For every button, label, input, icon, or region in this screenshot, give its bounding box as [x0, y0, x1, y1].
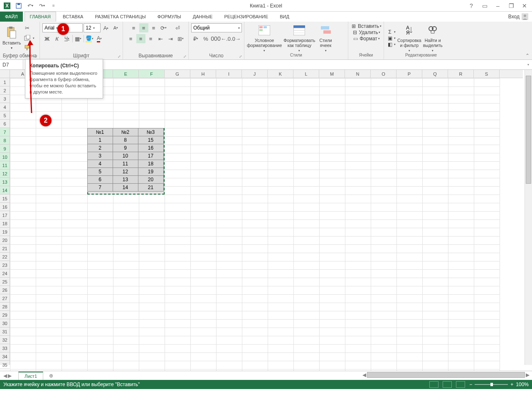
increase-font-icon[interactable]: A▴ [101, 23, 110, 32]
svg-rect-15 [264, 26, 267, 28]
zoom-level[interactable]: 100% [516, 382, 529, 387]
number-dialog-launcher[interactable]: ⤢ [239, 54, 242, 59]
align-top-icon[interactable]: ≡ [129, 23, 138, 32]
tab-formulas[interactable]: ФОРМУЛЫ [153, 12, 186, 22]
orientation-icon[interactable]: ⟳▾ [159, 23, 168, 32]
zoom-in-icon[interactable]: + [510, 382, 513, 387]
tab-home[interactable]: ГЛАВНАЯ [25, 12, 56, 22]
redo-icon[interactable]: ↷▾ [37, 1, 47, 10]
group-styles-label: Стили [247, 53, 345, 59]
minimize-button[interactable]: – [493, 2, 503, 10]
cell-styles-icon [319, 24, 332, 37]
currency-icon[interactable]: ₽▾ [191, 34, 200, 43]
save-icon[interactable] [13, 1, 24, 10]
row-headers[interactable]: 1234567891011121314151617181920212223242… [0, 78, 10, 365]
group-font-label: Шрифт⤢ [42, 53, 120, 59]
select-all-corner[interactable] [0, 70, 10, 78]
formula-input[interactable]: №1 [48, 60, 525, 69]
view-normal-icon[interactable] [429, 381, 438, 388]
alignment-dialog-launcher[interactable]: ⤢ [183, 54, 187, 59]
align-left-icon[interactable]: ≡ [126, 34, 135, 43]
font-dialog-launcher[interactable]: ⤢ [118, 54, 121, 59]
add-sheet-icon[interactable]: ⊕ [47, 372, 56, 380]
sign-in[interactable]: Вход [508, 13, 529, 20]
decrease-indent-icon[interactable]: ⇤ [156, 34, 165, 43]
fill-button[interactable]: ▣▾ [387, 35, 396, 41]
excel-icon: X [2, 1, 12, 10]
increase-decimal-icon[interactable]: ←.0 [221, 34, 230, 43]
merge-button[interactable]: ⊞▾ [176, 34, 185, 43]
delete-cells-button[interactable]: ⊟Удалить ▾ [352, 30, 381, 35]
quick-access: X ↶▾ ↷▾ ≡ [2, 1, 59, 10]
autosum-icon: Σ [387, 29, 393, 35]
cells-area[interactable]: №1№2№3181529163101741118512196132071421 [10, 78, 523, 365]
zoom-control[interactable]: −+100% [469, 382, 529, 387]
increase-indent-icon[interactable]: ⇥ [166, 34, 175, 43]
tab-review[interactable]: РЕЦЕНЗИРОВАНИЕ [219, 12, 273, 22]
conditional-formatting-button[interactable]: Условное форматирование▾ [247, 24, 282, 52]
insert-cells-button[interactable]: ⊞Вставить ▾ [350, 23, 382, 29]
zoom-out-icon[interactable]: − [469, 382, 472, 387]
font-size-combo[interactable]: 12▾ [84, 23, 101, 32]
decrease-font-icon[interactable]: A▾ [111, 23, 120, 32]
decrease-decimal-icon[interactable]: .0→ [231, 34, 240, 43]
close-button[interactable]: ✕ [520, 2, 530, 10]
number-format-combo[interactable]: Общий▾ [191, 23, 242, 32]
align-bottom-icon[interactable]: ≡ [149, 23, 158, 32]
underline-button[interactable]: Ч▾ [62, 34, 71, 43]
paste-button[interactable]: Вставить▾ [2, 26, 21, 50]
undo-icon[interactable]: ↶▾ [25, 1, 36, 10]
tab-view[interactable]: ВИД [275, 12, 294, 22]
format-cells-icon: ▭ [352, 36, 359, 42]
svg-rect-3 [17, 3, 20, 5]
autosum-button[interactable]: Σ▾ [387, 29, 396, 35]
callout-1: 1 [57, 23, 69, 35]
tab-data[interactable]: ДАННЫЕ [188, 12, 218, 22]
qa-customize-icon[interactable]: ≡ [48, 1, 59, 10]
spreadsheet-grid[interactable]: ABCDEFGHIJKLMNOPQRS 12345678910111213141… [0, 70, 532, 371]
svg-rect-21 [321, 26, 329, 30]
sheet-prev-icon[interactable]: ◀ [3, 373, 7, 379]
svg-text:X: X [5, 3, 9, 9]
tab-page-layout[interactable]: РАЗМЕТКА СТРАНИЦЫ [90, 12, 150, 22]
name-box[interactable]: D7 [0, 60, 23, 69]
align-middle-icon[interactable]: ≡ [139, 23, 148, 32]
expand-formula-bar-icon[interactable]: ▾ [525, 60, 532, 69]
sheet-next-icon[interactable]: ▶ [8, 373, 12, 379]
sheet-tab[interactable]: Лист1 [18, 372, 43, 380]
align-right-icon[interactable]: ≡ [146, 34, 155, 43]
sort-filter-icon: AЯ [403, 24, 416, 37]
wrap-text-button[interactable]: ⏎ [173, 23, 182, 32]
tab-insert[interactable]: ВСТАВКА [58, 12, 88, 22]
conditional-formatting-icon [258, 24, 271, 37]
view-page-break-icon[interactable] [456, 381, 465, 388]
collapse-ribbon-icon[interactable]: ⌃ [525, 53, 530, 59]
align-center-icon[interactable]: ≡ [136, 34, 145, 43]
view-page-layout-icon[interactable] [443, 381, 452, 388]
percent-icon[interactable]: % [201, 34, 210, 43]
clear-icon: ◧ [387, 42, 393, 47]
borders-button[interactable]: ▦▾ [74, 34, 83, 43]
find-select-button[interactable]: Найти и выделить▾ [423, 24, 443, 52]
cut-button[interactable]: ✂ [23, 24, 32, 33]
fullscreen-button[interactable]: ▭ [480, 2, 490, 10]
font-color-button[interactable]: A▾ [95, 34, 104, 43]
format-as-table-button[interactable]: Форматировать как таблицу▾ [283, 24, 315, 52]
comma-icon[interactable]: 000 [211, 34, 220, 43]
format-cells-button[interactable]: ▭Формат ▾ [352, 36, 380, 42]
svg-rect-8 [10, 31, 16, 38]
fill-color-button[interactable]: 🪣▾ [85, 34, 94, 43]
maximize-button[interactable]: ❐ [506, 2, 516, 10]
horizontal-scrollbar[interactable]: ◀▶ [362, 372, 530, 378]
italic-button[interactable]: К [52, 34, 62, 43]
window-title: Книга1 - Excel [250, 3, 282, 9]
clear-button[interactable]: ◧▾ [387, 42, 396, 47]
sheet-tab-bar: ◀▶ Лист1 ⊕ ◀▶ [0, 371, 532, 380]
file-tab[interactable]: ФАЙЛ [0, 12, 23, 22]
group-cells: ⊞Вставить ▾ ⊟Удалить ▾ ▭Формат ▾ Ячейки [348, 22, 384, 59]
cell-styles-button[interactable]: Стили ячеек▾ [317, 24, 335, 52]
sort-filter-button[interactable]: AЯСортировка и фильтр▾ [397, 24, 421, 52]
status-bar: Укажите ячейку и нажмите ВВОД или выбери… [0, 380, 532, 389]
help-button[interactable]: ? [466, 2, 476, 10]
vertical-scrollbar[interactable] [525, 70, 532, 365]
